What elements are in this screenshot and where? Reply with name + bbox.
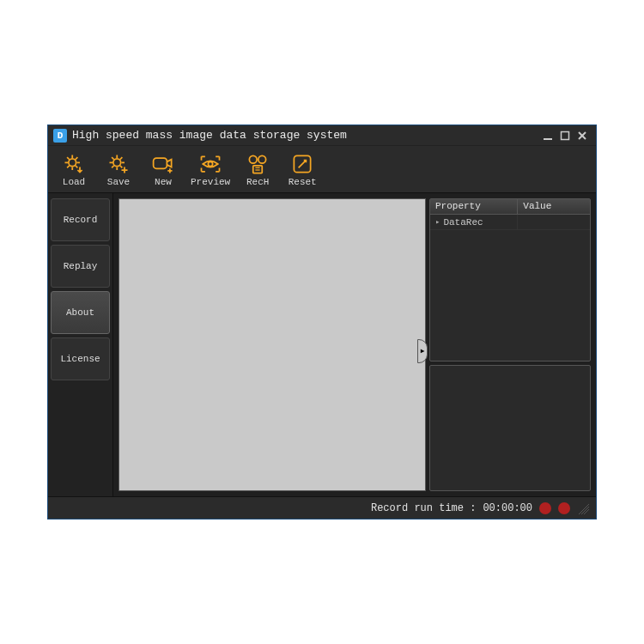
tab-label: License	[60, 354, 100, 364]
reset-icon	[290, 151, 314, 177]
rech-label: RecH	[246, 177, 269, 187]
property-name: DataRec	[443, 217, 483, 228]
tab-replay[interactable]: Replay	[51, 245, 110, 288]
titlebar: D High speed mass image data storage sys…	[48, 125, 596, 146]
sidebar: Record Replay About License	[48, 193, 113, 496]
camera-plus-icon	[151, 151, 175, 177]
right-panel: Property Value ▸ DataRec	[429, 198, 591, 491]
main-body: Record Replay About License ▸	[48, 192, 596, 496]
eye-icon	[198, 151, 222, 177]
save-label: Save	[107, 177, 130, 187]
gear-plus-icon	[106, 151, 131, 177]
minimize-button[interactable]	[539, 129, 556, 143]
resize-grip[interactable]	[577, 502, 589, 514]
property-grid[interactable]: Property Value ▸ DataRec	[429, 198, 591, 361]
main-area: ▸ Property Value ▸ DataRec	[113, 193, 596, 496]
save-button[interactable]: Save	[101, 151, 136, 187]
tab-license[interactable]: License	[51, 337, 110, 380]
statusbar: Record run time : 00:00:00	[48, 496, 596, 519]
chevron-right-icon: ▸	[419, 344, 425, 357]
load-label: Load	[63, 177, 85, 187]
panel-expander[interactable]: ▸	[417, 339, 428, 363]
gear-down-icon	[62, 151, 86, 177]
property-row[interactable]: ▸ DataRec	[430, 215, 590, 230]
app-window: D High speed mass image data storage sys…	[47, 125, 597, 519]
load-button[interactable]: Load	[57, 151, 91, 187]
record-hdd-icon	[246, 151, 270, 177]
canvas-wrap: ▸	[118, 198, 426, 491]
property-grid-header: Property Value	[430, 199, 590, 215]
column-value: Value	[518, 199, 590, 214]
rech-button[interactable]: RecH	[240, 151, 275, 187]
new-label: New	[155, 177, 172, 187]
tab-label: About	[66, 307, 94, 318]
runtime-value: 00:00:00	[483, 502, 532, 514]
svg-point-5	[113, 159, 121, 167]
detail-panel	[429, 365, 591, 491]
app-icon: D	[53, 129, 67, 143]
column-property: Property	[430, 199, 518, 214]
tab-label: Replay	[64, 261, 98, 271]
preview-button[interactable]: Preview	[191, 151, 230, 187]
svg-point-9	[258, 155, 266, 163]
tab-about[interactable]: About	[51, 291, 110, 334]
window-title: High speed mass image data storage syste…	[72, 129, 539, 142]
svg-rect-10	[253, 166, 263, 173]
svg-point-7	[208, 161, 212, 166]
svg-rect-6	[154, 158, 167, 168]
new-button[interactable]: New	[146, 151, 180, 187]
tab-label: Record	[64, 215, 98, 225]
record-indicator-1[interactable]	[539, 502, 551, 514]
toolbar: Load Save	[48, 146, 596, 192]
svg-rect-1	[562, 131, 569, 139]
property-value	[518, 215, 590, 229]
preview-canvas[interactable]	[118, 198, 426, 491]
reset-button[interactable]: Reset	[285, 151, 319, 187]
svg-point-4	[69, 159, 76, 167]
tab-record[interactable]: Record	[51, 198, 110, 241]
tree-expand-icon[interactable]: ▸	[435, 217, 440, 227]
close-button[interactable]	[574, 129, 591, 143]
maximize-button[interactable]	[556, 129, 574, 143]
record-indicator-2[interactable]	[558, 502, 570, 514]
runtime-label: Record run time :	[371, 502, 476, 514]
preview-label: Preview	[191, 177, 230, 187]
svg-point-8	[250, 155, 258, 163]
reset-label: Reset	[289, 177, 317, 187]
